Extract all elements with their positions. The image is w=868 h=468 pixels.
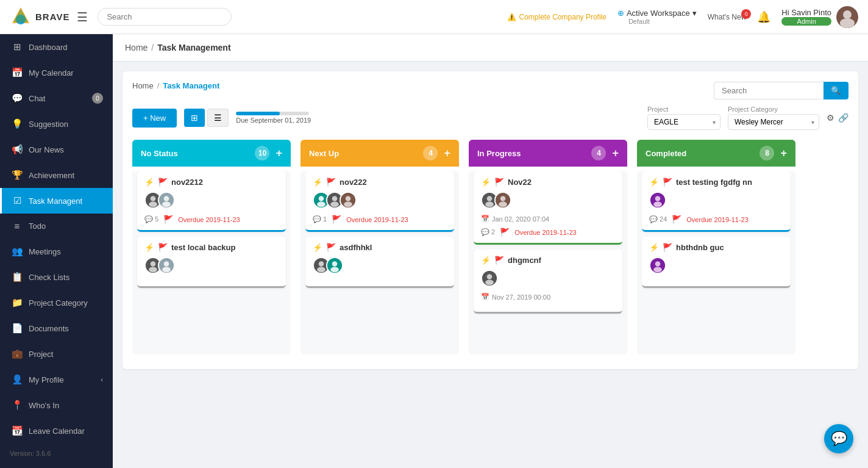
overdue-label: Overdue 2019-11-23 bbox=[686, 216, 749, 223]
card-footer: 💬 2 🚩 Overdue 2019-11-23 bbox=[481, 228, 615, 237]
sidebar-item-documents[interactable]: 📄 Documents bbox=[0, 315, 113, 341]
project-select[interactable]: EAGLE bbox=[647, 114, 720, 130]
next-up-title: Next Up bbox=[309, 149, 423, 158]
avatar[interactable] bbox=[836, 6, 858, 28]
comments-icon: 💬 1 bbox=[313, 215, 327, 223]
svg-point-4 bbox=[843, 10, 852, 19]
news-icon: 📢 bbox=[12, 144, 23, 155]
project-category-select[interactable]: Wesley Mercer bbox=[728, 114, 819, 130]
sidebar-item-label: Check Lists bbox=[29, 273, 69, 282]
avatar-3 bbox=[340, 192, 357, 209]
list-view-button[interactable]: ☰ bbox=[207, 109, 229, 127]
card-title-row: ⚡ 🚩 nov222 bbox=[313, 178, 447, 187]
kanban-board: No Status 10 + ⚡ 🚩 nov2212 bbox=[132, 140, 848, 359]
sidebar-item-project-category[interactable]: 📁 Project Category bbox=[0, 290, 113, 315]
sidebar-item-our-news[interactable]: 📢 Our News bbox=[0, 137, 113, 162]
due-date-fill bbox=[236, 112, 280, 115]
sidebar-item-meetings[interactable]: 👥 Meetings bbox=[0, 239, 113, 264]
profile-icon: 👤 bbox=[12, 374, 23, 385]
whatsnew[interactable]: What's New 0 bbox=[708, 13, 747, 21]
no-status-count: 10 bbox=[255, 146, 269, 160]
svg-point-8 bbox=[149, 202, 157, 207]
sidebar-item-project[interactable]: 💼 Project bbox=[0, 341, 113, 367]
svg-point-41 bbox=[485, 280, 494, 286]
topnav: BRAVE ☰ ⚠️ Complete Company Profile ⊕ Ac… bbox=[0, 0, 868, 34]
user-info: Hi Savin Pinto Admin bbox=[781, 6, 858, 28]
card-title: dhgmcnf bbox=[508, 256, 541, 265]
card-avatars bbox=[481, 192, 615, 209]
svg-point-46 bbox=[655, 261, 661, 267]
sidebar-item-leave-calendar[interactable]: 📆 Leave Calendar bbox=[0, 418, 113, 444]
sidebar-item-my-profile[interactable]: 👤 My Profile ‹ bbox=[0, 367, 113, 392]
sidebar-item-whos-in[interactable]: 📍 Who's In bbox=[0, 392, 113, 418]
chevron-down-icon: ▾ bbox=[692, 9, 697, 18]
card-title-row: ⚡ 🚩 test local backup bbox=[144, 243, 279, 252]
completed-add-button[interactable]: + bbox=[780, 147, 787, 160]
svg-point-37 bbox=[500, 196, 506, 201]
sidebar-item-label: Chat bbox=[29, 94, 45, 103]
due-date-group: Due September 01, 2019 bbox=[236, 112, 311, 124]
lightning-icon: ⚡ bbox=[481, 178, 491, 187]
card-nov22[interactable]: ⚡ 🚩 Nov22 bbox=[474, 171, 622, 245]
sidebar-item-my-calendar[interactable]: 📅 My Calendar bbox=[0, 60, 113, 85]
svg-point-13 bbox=[151, 261, 156, 267]
card-title-row: ⚡ 🚩 dhgmcnf bbox=[481, 256, 615, 265]
card-test-local-backup[interactable]: ⚡ 🚩 test local backup bbox=[137, 237, 286, 288]
search-input[interactable] bbox=[98, 8, 232, 26]
sidebar-item-achievement[interactable]: 🏆 Achievement bbox=[0, 162, 113, 188]
no-status-header: No Status 10 + bbox=[132, 140, 291, 167]
lightning-icon: ⚡ bbox=[649, 243, 659, 252]
sidebar-item-chat[interactable]: 💬 Chat 0 bbox=[0, 85, 113, 111]
card-title: test local backup bbox=[171, 243, 235, 252]
bell-icon[interactable]: 🔔 bbox=[757, 10, 770, 24]
workspace-row[interactable]: ⊕ Active Workspace ▾ bbox=[617, 9, 697, 18]
card-nov222[interactable]: ⚡ 🚩 nov222 bbox=[305, 171, 454, 232]
link-icon[interactable]: 🔗 bbox=[838, 113, 848, 123]
completed-count: 8 bbox=[760, 146, 774, 160]
logo[interactable]: BRAVE bbox=[10, 6, 69, 28]
settings-icon[interactable]: ⚙ bbox=[827, 113, 834, 123]
new-button[interactable]: + New bbox=[132, 109, 177, 128]
sidebar-item-check-lists[interactable]: 📋 Check Lists bbox=[0, 264, 113, 290]
card-footer: 💬 5 🚩 Overdue 2019-11-23 bbox=[144, 215, 279, 224]
card-avatars bbox=[649, 192, 783, 209]
card-nov2212[interactable]: ⚡ 🚩 nov2212 bbox=[137, 171, 286, 232]
inner-search-input[interactable] bbox=[714, 82, 824, 99]
hamburger-icon[interactable]: ☰ bbox=[77, 10, 88, 24]
flag-icon: 🚩 bbox=[158, 178, 168, 187]
card-hbthdnb-guc[interactable]: ⚡ 🚩 hbthdnb guc bbox=[642, 237, 791, 288]
inner-breadcrumb-sep: / bbox=[157, 81, 160, 90]
card-test-testing[interactable]: ⚡ 🚩 test testing fgdfg nn bbox=[642, 171, 791, 232]
in-progress-header: In Progress 4 + bbox=[469, 140, 627, 167]
sidebar-item-dashboard[interactable]: ⊞ Dashboard bbox=[0, 34, 113, 60]
flag-icon: 🚩 bbox=[663, 178, 672, 187]
sidebar-item-label: Project bbox=[29, 350, 53, 359]
complete-profile-alert[interactable]: ⚠️ Complete Company Profile bbox=[507, 13, 607, 21]
card-title-row: ⚡ 🚩 test testing fgdfg nn bbox=[649, 178, 783, 187]
whatsnew-label: What's New bbox=[708, 13, 747, 21]
avatar-2 bbox=[326, 257, 343, 274]
sidebar-item-todo[interactable]: ≡ Todo bbox=[0, 214, 113, 239]
topnav-search[interactable] bbox=[98, 8, 232, 26]
floating-chat-button[interactable]: 💬 bbox=[824, 424, 853, 453]
no-status-add-button[interactable]: + bbox=[276, 147, 282, 160]
comments-icon: 💬 5 bbox=[144, 215, 158, 223]
breadcrumb-home[interactable]: Home bbox=[125, 43, 148, 52]
svg-point-5 bbox=[840, 18, 855, 28]
inner-search-button[interactable]: 🔍 bbox=[824, 82, 848, 99]
clock-icon: 📅 bbox=[481, 215, 489, 223]
sidebar-item-task-managent[interactable]: ☑ Task Managent bbox=[0, 188, 113, 214]
completed-title: Completed bbox=[646, 149, 760, 158]
in-progress-add-button[interactable]: + bbox=[612, 147, 619, 160]
sidebar-item-suggestion[interactable]: 💡 Suggestion bbox=[0, 111, 113, 137]
card-avatars bbox=[144, 257, 279, 274]
grid-view-button[interactable]: ⊞ bbox=[184, 109, 205, 127]
inner-breadcrumb-home[interactable]: Home bbox=[132, 81, 154, 90]
overdue-flag-icon: 🚩 bbox=[163, 215, 173, 224]
svg-point-16 bbox=[164, 261, 169, 267]
card-asdfhhkl[interactable]: ⚡ 🚩 asdfhhkl bbox=[305, 237, 454, 288]
logo-icon bbox=[10, 6, 32, 28]
sidebar-item-label: Suggestion bbox=[29, 120, 68, 129]
next-up-add-button[interactable]: + bbox=[444, 147, 450, 160]
card-dhgmcnf[interactable]: ⚡ 🚩 dhgmcnf 📅 bbox=[474, 250, 622, 314]
